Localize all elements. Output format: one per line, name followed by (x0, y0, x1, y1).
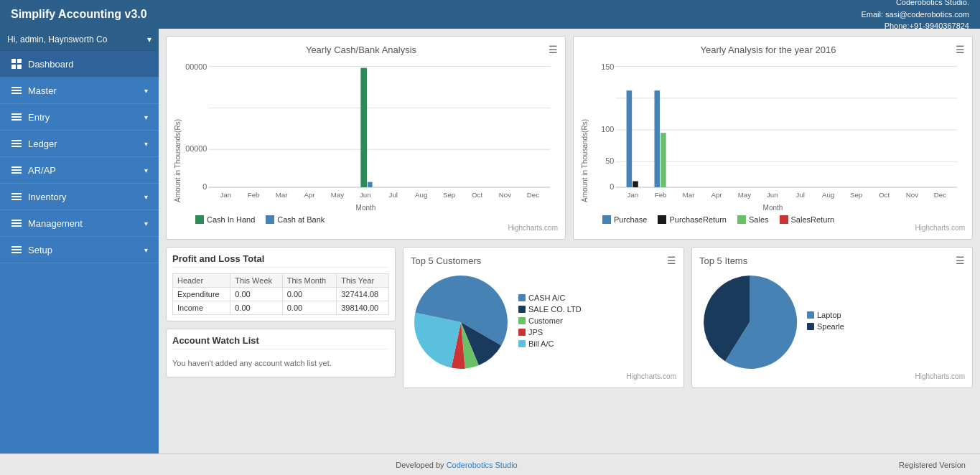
sidebar-item-entry[interactable]: Entry ▾ (0, 104, 159, 131)
svg-text:Apr: Apr (304, 191, 315, 199)
svg-text:2500000: 2500000 (185, 145, 207, 154)
svg-text:Jan: Jan (220, 191, 231, 199)
footer-prefix: Developed by (396, 461, 444, 469)
svg-rect-14 (11, 169, 22, 171)
svg-text:0: 0 (202, 182, 207, 191)
svg-rect-10 (11, 140, 22, 141)
svg-text:Dec: Dec (527, 191, 539, 199)
svg-text:Feb: Feb (248, 191, 260, 199)
pl-expenditure-year: 327414.08 (337, 288, 389, 301)
svg-rect-15 (11, 172, 22, 174)
svg-rect-11 (11, 143, 22, 144)
chevron-icon-setup: ▾ (144, 246, 148, 254)
cash-in-hand-legend-color (195, 215, 204, 224)
list-icon-inventory (11, 191, 22, 202)
svg-rect-22 (11, 246, 22, 248)
svg-text:Aug: Aug (415, 191, 427, 199)
top5-items-title: Top 5 Items (699, 255, 747, 266)
top5-customers-menu-icon[interactable]: ☰ (667, 255, 676, 266)
svg-text:Sep: Sep (850, 191, 862, 199)
svg-text:Jul: Jul (389, 191, 398, 199)
svg-text:Mar: Mar (683, 191, 696, 199)
svg-text:Nov: Nov (906, 191, 918, 199)
top5-customers-title: Top 5 Customers (411, 255, 481, 266)
svg-rect-21 (11, 225, 22, 227)
svg-text:5000000: 5000000 (185, 62, 207, 71)
top5-customers-card: Top 5 Customers ☰ (403, 247, 684, 388)
svg-rect-23 (11, 249, 22, 250)
pl-header-week: This Week (230, 274, 282, 288)
cash-bank-menu-icon[interactable]: ☰ (549, 44, 558, 55)
company-info: Coderobotics Studio. Email: sasi@coderob… (861, 0, 969, 32)
sidebar-item-master[interactable]: Master ▾ (0, 77, 159, 104)
svg-text:Sep: Sep (443, 191, 455, 199)
svg-text:Oct: Oct (472, 191, 482, 199)
svg-rect-9 (11, 119, 22, 121)
sidebar-item-inventory[interactable]: Inventory ▾ (0, 184, 159, 210)
yearly-analysis-x-label: Month (581, 204, 965, 212)
sidebar-label-ledger: Ledger (28, 138, 57, 149)
main-content: Yearly Cash/Bank Analysis ☰ Amount in Th… (159, 29, 980, 453)
svg-text:50: 50 (605, 156, 614, 165)
pl-row-expenditure: Expenditure 0.00 0.00 327414.08 (173, 288, 389, 301)
bottom-section: Profit and Loss Total Header This Week T… (166, 247, 973, 388)
pl-income-label: Income (173, 301, 230, 315)
footer: Developed by Coderobotics Studio Registe… (0, 453, 980, 475)
sidebar-item-arap[interactable]: AR/AP ▾ (0, 157, 159, 184)
svg-text:150: 150 (601, 62, 614, 71)
cash-bank-legend: Cash In Hand Cash at Bank (174, 212, 558, 224)
svg-rect-24 (11, 252, 22, 253)
svg-text:100: 100 (601, 125, 614, 133)
list-icon-master (11, 85, 22, 96)
company-select-label: Hi, admin, Haynsworth Co (7, 34, 107, 44)
yearly-analysis-menu-icon[interactable]: ☰ (956, 44, 965, 55)
footer-developed-by: Developed by Coderobotics Studio (396, 461, 517, 469)
account-watch-title: Account Watch List (172, 335, 389, 349)
svg-text:May: May (331, 191, 345, 199)
company-info-line2: Email: sasi@coderobotics.com (861, 9, 969, 21)
top5-customers-pie (411, 272, 511, 372)
cash-bank-y-label: Amount in Thousands(Rs) (174, 59, 182, 202)
svg-rect-5 (11, 90, 22, 91)
pl-income-month: 0.00 (282, 301, 336, 315)
pl-header-year: This Year (337, 274, 389, 288)
svg-text:0: 0 (610, 182, 614, 191)
sidebar-item-dashboard[interactable]: Dashboard (0, 51, 159, 77)
svg-text:May: May (738, 191, 752, 199)
chevron-icon-master: ▾ (144, 87, 148, 95)
company-select[interactable]: Hi, admin, Haynsworth Co ▾ (0, 29, 159, 51)
svg-rect-71 (655, 90, 661, 187)
yearly-analysis-chart-card: Yearly Analysis for the year 2016 ☰ Amou… (573, 36, 973, 240)
yearly-analysis-legend: Purchase PurchaseReturn Sales SalesRetur… (581, 212, 965, 224)
svg-rect-70 (633, 182, 638, 187)
sales-legend-label: Sales (749, 215, 769, 224)
pl-expenditure-label: Expenditure (173, 288, 230, 301)
cash-at-bank-legend-color (266, 215, 274, 224)
top5-items-content: Laptop Spearle (699, 272, 965, 372)
purchase-return-legend-label: PurchaseReturn (669, 215, 727, 224)
top5-items-card: Top 5 Items ☰ Laptop Spearle Highch (691, 247, 973, 388)
footer-developer-link[interactable]: Coderobotics Studio (447, 461, 518, 469)
sidebar-item-management[interactable]: Management ▾ (0, 210, 159, 237)
svg-text:Nov: Nov (499, 191, 511, 199)
purchase-return-legend-color (658, 215, 666, 224)
sidebar-item-ledger[interactable]: Ledger ▾ (0, 131, 159, 157)
pl-income-year: 398140.00 (337, 301, 389, 315)
sales-return-legend-label: SalesReturn (791, 215, 835, 224)
sidebar-item-setup[interactable]: Setup ▾ (0, 237, 159, 263)
pl-row-income: Income 0.00 0.00 398140.00 (173, 301, 389, 315)
svg-rect-69 (627, 90, 633, 187)
list-icon-arap (11, 164, 22, 176)
chevron-down-icon: ▾ (147, 34, 151, 44)
svg-text:Jan: Jan (627, 191, 638, 199)
svg-rect-45 (360, 68, 367, 187)
top5-items-menu-icon[interactable]: ☰ (956, 255, 965, 266)
pl-expenditure-month: 0.00 (282, 288, 336, 301)
sidebar: Hi, admin, Haynsworth Co ▾ Dashboard (0, 29, 159, 453)
svg-text:Jul: Jul (796, 191, 805, 199)
svg-rect-20 (11, 222, 22, 224)
cash-at-bank-legend-label: Cash at Bank (277, 215, 325, 224)
main-layout: Hi, admin, Haynsworth Co ▾ Dashboard (0, 29, 980, 453)
svg-rect-12 (11, 146, 22, 147)
app-title: Simplify Accounting v3.0 (11, 8, 147, 21)
